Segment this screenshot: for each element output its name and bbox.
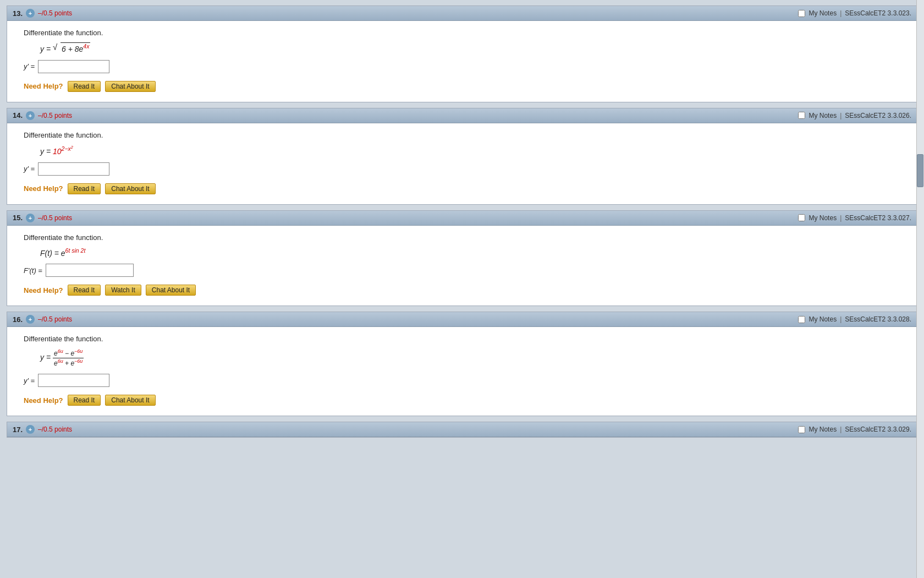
problem-13-answer-row: y' = <box>24 60 906 73</box>
problem-13-answer-label: y' = <box>24 62 35 70</box>
problem-16-notes-label[interactable]: My Notes <box>809 315 837 323</box>
problem-13-header: 13. + –/0.5 points My Notes | SEssCalcET… <box>7 6 917 21</box>
problem-15-expand-icon[interactable]: + <box>26 214 35 222</box>
problem-15-header: 15. + –/0.5 points My Notes | SEssCalcET… <box>7 211 917 226</box>
problem-17-expand-icon[interactable]: + <box>26 425 35 434</box>
problem-13-answer-input[interactable] <box>38 60 109 73</box>
problem-13-expand-icon[interactable]: + <box>26 9 35 18</box>
problem-17-notes-label[interactable]: My Notes <box>809 426 837 433</box>
problem-13-instruction: Differentiate the function. <box>24 29 906 37</box>
chat-about-it-btn-15[interactable]: Chat About It <box>146 285 196 296</box>
chat-about-it-btn-13[interactable]: Chat About It <box>105 81 155 92</box>
problem-14-expand-icon[interactable]: + <box>26 111 35 120</box>
problem-14-reference: SEssCalcET2 3.3.026. <box>845 112 911 119</box>
read-it-btn-14[interactable]: Read It <box>68 183 101 194</box>
problem-16-answer-row: y' = <box>24 374 906 387</box>
problem-14-header: 14. + –/0.5 points My Notes | SEssCalcET… <box>7 108 917 123</box>
problem-16-answer-input[interactable] <box>38 374 109 387</box>
problem-15-notes-checkbox[interactable] <box>798 214 805 221</box>
problem-14-need-help-label: Need Help? <box>24 184 63 193</box>
problem-14-body: Differentiate the function. y = 102−x2 y… <box>7 123 917 204</box>
read-it-btn-15[interactable]: Read It <box>68 285 101 296</box>
problem-13-math: y = 6 + 8e4x <box>40 42 906 53</box>
problem-15-body: Differentiate the function. F(t) = e6t s… <box>7 226 917 306</box>
problem-13-notes-label[interactable]: My Notes <box>809 9 837 17</box>
problem-15-number: 15. <box>13 214 23 222</box>
problem-13-separator: | <box>840 9 842 17</box>
problem-14-header-right: My Notes | SEssCalcET2 3.3.026. <box>798 112 911 119</box>
problem-14-notes-checkbox[interactable] <box>798 112 805 119</box>
problem-17-number: 17. <box>13 426 23 434</box>
problem-13-points-neg: –/0.5 points <box>38 9 72 17</box>
problem-16-header-left: 16. + –/0.5 points <box>13 315 72 324</box>
problem-14-answer-row: y' = <box>24 162 906 176</box>
problem-16-points-neg: –/0.5 points <box>38 315 72 323</box>
problem-16-separator: | <box>840 315 842 323</box>
problem-16-math: y = e6u − e−6u e6u + e−6u <box>40 348 906 367</box>
problem-15-need-help-label: Need Help? <box>24 286 63 295</box>
problem-17-separator: | <box>840 426 842 433</box>
problem-15-header-right: My Notes | SEssCalcET2 3.3.027. <box>798 214 911 222</box>
problem-15-header-left: 15. + –/0.5 points <box>13 214 72 222</box>
problem-13-header-right: My Notes | SEssCalcET2 3.3.023. <box>798 9 911 17</box>
problem-13-body: Differentiate the function. y = 6 + 8e4x… <box>7 21 917 102</box>
problem-15-instruction: Differentiate the function. <box>24 233 906 242</box>
problem-13-reference: SEssCalcET2 3.3.023. <box>845 9 911 17</box>
problem-17-header-left: 17. + –/0.5 points <box>13 425 72 434</box>
chat-about-it-btn-14[interactable]: Chat About It <box>105 183 155 194</box>
problem-16-body: Differentiate the function. y = e6u − e−… <box>7 327 917 416</box>
problem-13: 13. + –/0.5 points My Notes | SEssCalcET… <box>7 6 917 102</box>
problem-16-need-help-row: Need Help? Read It Chat About It <box>24 395 906 406</box>
problem-14-number: 14. <box>13 111 23 119</box>
problem-14-instruction: Differentiate the function. <box>24 131 906 139</box>
problem-13-number: 13. <box>13 9 23 18</box>
problem-15: 15. + –/0.5 points My Notes | SEssCalcET… <box>7 210 917 307</box>
problem-14-answer-label: y' = <box>24 165 35 173</box>
problem-15-answer-input[interactable] <box>46 264 134 277</box>
problem-14-separator: | <box>840 112 842 119</box>
problem-16-header: 16. + –/0.5 points My Notes | SEssCalcET… <box>7 312 917 327</box>
problem-16-need-help-label: Need Help? <box>24 396 63 405</box>
problem-13-header-left: 13. + –/0.5 points <box>13 9 72 18</box>
problem-15-math: F(t) = e6t sin 2t <box>40 247 906 258</box>
problem-16-reference: SEssCalcET2 3.3.028. <box>845 315 911 323</box>
problem-17-points-neg: –/0.5 points <box>38 426 72 433</box>
problem-13-need-help-row: Need Help? Read It Chat About It <box>24 81 906 92</box>
problem-15-answer-label: F'(t) = <box>24 266 42 275</box>
problem-14-math: y = 102−x2 <box>40 145 906 156</box>
problem-14-notes-label[interactable]: My Notes <box>809 112 837 119</box>
problem-16-notes-checkbox[interactable] <box>798 316 805 323</box>
problem-13-need-help-label: Need Help? <box>24 82 63 90</box>
read-it-btn-13[interactable]: Read It <box>68 81 101 92</box>
problem-16-instruction: Differentiate the function. <box>24 335 906 343</box>
problem-14-header-left: 14. + –/0.5 points <box>13 111 72 120</box>
problem-16-header-right: My Notes | SEssCalcET2 3.3.028. <box>798 315 911 323</box>
problem-15-notes-label[interactable]: My Notes <box>809 214 837 222</box>
problem-17-notes-checkbox[interactable] <box>798 426 805 433</box>
watch-it-btn-15[interactable]: Watch It <box>105 285 141 296</box>
problem-17: 17. + –/0.5 points My Notes | SEssCalcET… <box>7 422 917 438</box>
problem-15-separator: | <box>840 214 842 222</box>
problem-17-header-right: My Notes | SEssCalcET2 3.3.029. <box>798 426 911 433</box>
problem-14-points-neg: –/0.5 points <box>38 112 72 119</box>
problem-16-number: 16. <box>13 315 23 324</box>
problem-14: 14. + –/0.5 points My Notes | SEssCalcET… <box>7 108 917 205</box>
problem-17-header: 17. + –/0.5 points My Notes | SEssCalcET… <box>7 422 917 437</box>
problem-15-points-neg: –/0.5 points <box>38 214 72 222</box>
problem-17-reference: SEssCalcET2 3.3.029. <box>845 426 911 433</box>
problem-16-answer-label: y' = <box>24 377 35 385</box>
problem-15-reference: SEssCalcET2 3.3.027. <box>845 214 911 222</box>
scrollbar-thumb[interactable] <box>917 154 923 187</box>
problem-16-expand-icon[interactable]: + <box>26 315 35 324</box>
problem-15-answer-row: F'(t) = <box>24 264 906 277</box>
scrollbar-track <box>916 0 924 438</box>
problem-13-notes-checkbox[interactable] <box>798 10 805 17</box>
problem-14-need-help-row: Need Help? Read It Chat About It <box>24 183 906 194</box>
problem-16: 16. + –/0.5 points My Notes | SEssCalcET… <box>7 312 917 416</box>
read-it-btn-16[interactable]: Read It <box>68 395 101 406</box>
problem-15-need-help-row: Need Help? Read It Watch It Chat About I… <box>24 285 906 296</box>
problem-14-answer-input[interactable] <box>38 162 109 176</box>
chat-about-it-btn-16[interactable]: Chat About It <box>105 395 155 406</box>
